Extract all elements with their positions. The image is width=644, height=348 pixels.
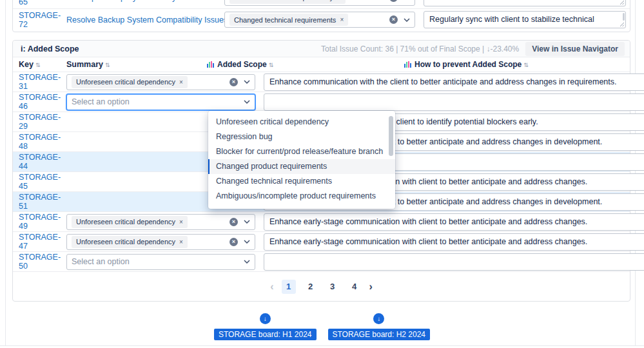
table-row: STORAGE-49 Enhance Backup System Documen… [13,211,630,231]
added-scope-select[interactable]: Unforeseen critical dependency× × [66,234,255,250]
selected-scope-chip: Changed technical requirements × [229,14,348,26]
chip-remove-icon[interactable]: × [340,16,344,23]
chip-label: Unforeseen critical dependency [76,218,175,226]
table-row: STORAGE-47 Implement Backup Data Retenti… [13,231,630,251]
chip-label: Changed technical requirements [234,16,336,24]
section-stats: Total Issue Count: 36 | 71% out of Final… [321,44,519,53]
sort-icon[interactable]: ⇅ [105,62,110,68]
column-header-key[interactable]: Key [19,60,34,69]
section-title: i: Added Scope [21,44,79,53]
pagination-page-2[interactable]: 2 [304,280,318,294]
clear-icon[interactable]: × [229,218,238,226]
added-scope-select-open[interactable]: Select an option [66,94,255,110]
added-scope-select[interactable]: Changed technical requirements × × [224,12,415,28]
added-scope-select[interactable]: Unforeseen critical dependency × × [224,0,415,6]
table-row: STORAGE-65 Develop Backup System Analyti… [13,0,630,8]
dropdown-option[interactable]: Blocker for current/prod release/feature… [208,144,395,159]
chip-label: Unforeseen critical dependency [76,238,175,246]
issue-summary-link[interactable]: Develop Backup System Analytics Tools [66,0,209,2]
board-button-h2[interactable]: STORAGE board: H2 2024 [328,329,431,340]
chevron-down-icon[interactable] [244,260,250,264]
chip-remove-icon[interactable]: × [337,0,341,1]
select-placeholder: Select an option [72,97,130,106]
selected-scope-chip: Unforeseen critical dependency× [72,216,188,228]
board-button-h1[interactable]: STORAGE board: H1 2024 [214,329,317,340]
resize-grip-icon[interactable] [620,22,625,27]
issue-key-link[interactable]: STORAGE-51 [19,193,61,211]
section-header: i: Added Scope Total Issue Count: 36 | 7… [13,41,630,57]
issue-key-link[interactable]: STORAGE-29 [19,113,61,131]
clear-icon[interactable]: × [229,238,238,246]
added-scope-panel: i: Added Scope Total Issue Count: 36 | 7… [12,40,630,302]
page-left-border [5,0,6,345]
view-in-issue-navigator-button[interactable]: View in Issue Navigator [525,42,625,56]
dropdown-option-selected[interactable]: Changed product requirements [208,159,395,174]
issue-key-link[interactable]: STORAGE-31 [19,73,61,91]
download-icon[interactable]: ↓ [373,313,384,324]
table-row: STORAGE-31 Develop Automated Backup Veri… [13,72,630,92]
issue-key-link[interactable]: STORAGE-49 [19,213,61,231]
sort-icon[interactable]: ⇅ [35,62,41,68]
prevent-scope-textarea[interactable] [264,93,644,111]
selected-scope-chip: Unforeseen critical dependency × [229,0,346,4]
chip-label: Unforeseen critical dependency [234,0,333,1]
previous-scope-table: STORAGE-65 Develop Backup System Analyti… [12,0,630,32]
selected-scope-chip: Unforeseen critical dependency× [72,76,188,88]
clear-icon[interactable]: × [389,15,398,24]
chevron-down-icon[interactable] [404,18,410,22]
pagination-page-1[interactable]: 1 [282,280,296,294]
prevent-scope-textarea[interactable]: Enhance early-stage communication with c… [264,213,644,231]
download-icon[interactable]: ↓ [260,313,271,324]
dropdown-option[interactable]: Regression bug [208,130,395,144]
clear-icon[interactable]: × [229,78,238,86]
column-header-added-scope[interactable]: Added Scope [217,60,267,69]
chip-remove-icon[interactable]: × [179,218,183,226]
chevron-down-icon[interactable] [244,80,250,84]
prevent-scope-textarea[interactable]: Enhance communication with the client to… [264,73,644,91]
chevron-down-icon[interactable] [244,100,250,104]
resize-grip-icon[interactable] [620,0,625,5]
dropdown-option[interactable]: Changed technical requirements [208,174,395,189]
issue-key-link[interactable]: STORAGE-46 [19,93,61,111]
added-scope-select[interactable]: Unforeseen critical dependency× × [66,74,255,90]
sort-icon[interactable]: ⇅ [269,62,274,68]
prevent-scope-textarea[interactable]: Enhance communication with client to bet… [424,0,626,6]
dropdown-scrollbar-thumb[interactable] [389,116,393,156]
chip-label: Unforeseen critical dependency [76,78,175,86]
prevent-scope-textarea[interactable] [264,253,644,271]
issue-key-link[interactable]: STORAGE-47 [19,233,61,251]
textarea-scrollbar-thumb[interactable] [623,13,625,21]
clear-icon[interactable]: × [389,0,398,2]
board-export-group: ↓ STORAGE board: H2 2024 [328,313,431,340]
chevron-down-icon[interactable] [244,220,250,224]
added-scope-select[interactable]: Select an option [66,254,255,270]
pagination-page-4[interactable]: 4 [347,280,362,294]
chip-remove-icon[interactable]: × [179,238,183,246]
board-export-group: ↓ STORAGE board: H1 2024 [214,313,317,340]
chip-remove-icon[interactable]: × [179,79,183,86]
issue-key-link[interactable]: STORAGE-72 [19,11,61,29]
dropdown-option[interactable]: Unforeseen critical dependency [208,115,395,130]
pagination-page-3[interactable]: 3 [326,280,340,294]
issue-key-link[interactable]: STORAGE-44 [19,153,61,171]
issue-key-link[interactable]: STORAGE-50 [19,253,61,271]
added-scope-dropdown: Unforeseen critical dependency Regressio… [208,111,395,209]
dropdown-option[interactable]: Ambiguous/incomplete product requirement… [208,189,395,204]
issue-key-link[interactable]: STORAGE-48 [19,133,61,151]
issue-key-link[interactable]: STORAGE-45 [19,173,61,191]
chevron-down-icon[interactable] [244,240,250,244]
pagination-next-icon[interactable]: › [369,281,373,293]
column-header-row: Key⇅ Summary⇅ Added Scope⇅ How to preven… [13,57,630,72]
table-row: STORAGE-46 Develop Scalable Backup Solut… [13,92,630,111]
prevent-scope-textarea[interactable]: Enhance early-stage communication with c… [264,233,644,251]
pagination: ‹ 1 2 3 4 › [13,271,630,302]
column-header-summary[interactable]: Summary [66,60,103,69]
issue-summary-link[interactable]: Resolve Backup System Compatibility Issu… [66,15,224,24]
added-scope-select[interactable]: Unforeseen critical dependency× × [66,214,255,230]
pagination-prev-icon[interactable]: ‹ [270,281,273,293]
issue-key-link[interactable]: STORAGE-65 [19,0,61,6]
sort-icon[interactable]: ⇅ [523,62,529,68]
page-bottom-border [0,345,644,346]
prevent-scope-textarea[interactable]: Regularly sync with client to stabilize … [424,11,626,28]
column-header-prevent[interactable]: How to prevent Added Scope [415,60,522,69]
